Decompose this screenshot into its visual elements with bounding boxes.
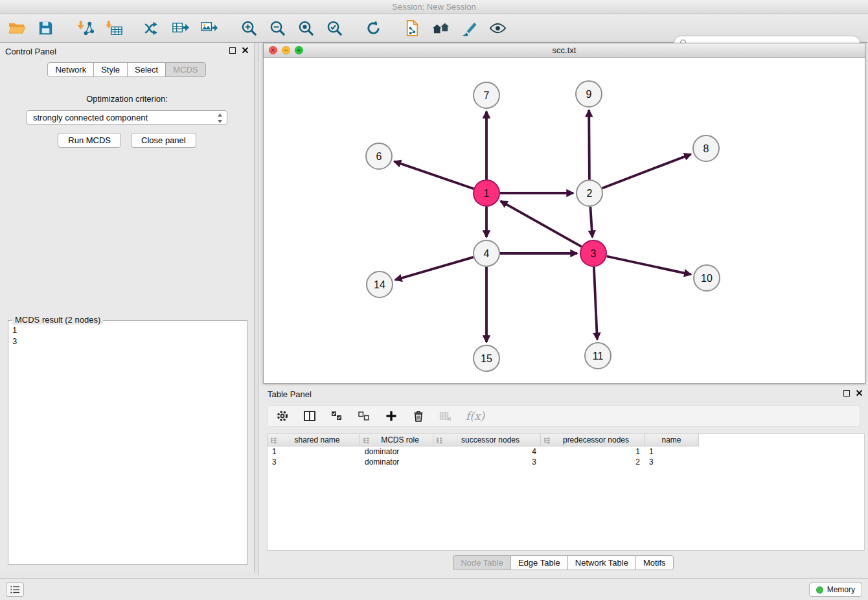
export-tool-group — [141, 18, 219, 39]
status-bar: Memory — [0, 578, 868, 600]
export-network-button[interactable] — [141, 18, 162, 39]
cell-mcds-role: dominator — [360, 457, 433, 467]
import-network-button[interactable] — [75, 18, 96, 39]
close-table-panel-icon[interactable] — [856, 389, 863, 397]
table-row[interactable]: 1 dominator 4 1 1 — [268, 446, 864, 457]
network-window-title: scc.txt — [553, 45, 577, 55]
graph-node-label: 3 — [591, 248, 597, 259]
zoom-in-icon — [240, 19, 258, 37]
deselect-all-rows-button[interactable] — [357, 409, 371, 423]
table-header-row: shared name MCDS role successor nodes pr… — [268, 434, 864, 446]
tab-select[interactable]: Select — [127, 62, 166, 77]
graph-edge — [607, 257, 691, 275]
cell-successor-nodes: 4 — [433, 446, 541, 457]
optimization-criterion-label: Optimization criterion: — [0, 94, 254, 104]
table-panel: Table Panel — [259, 386, 868, 575]
delete-column-button[interactable] — [411, 409, 426, 423]
table-row[interactable]: 3 dominator 3 2 3 — [268, 457, 864, 467]
graph-edge — [394, 161, 474, 189]
import-table-button[interactable] — [104, 18, 124, 39]
memory-button[interactable]: Memory — [809, 583, 862, 597]
cell-predecessor-nodes: 1 — [541, 446, 645, 457]
zoom-window-icon[interactable] — [295, 46, 303, 54]
close-panel-icon[interactable] — [242, 47, 249, 54]
tab-motifs[interactable]: Motifs — [635, 555, 674, 570]
graph-node-label: 9 — [586, 89, 592, 100]
gear-icon — [276, 410, 289, 422]
graph-edge — [594, 267, 597, 340]
mcds-result-group: MCDS result (2 nodes) 1 3 — [8, 320, 247, 565]
zoom-out-button[interactable] — [267, 18, 288, 39]
vertical-splitter[interactable] — [255, 43, 259, 575]
tab-style[interactable]: Style — [93, 62, 128, 77]
open-session-button[interactable] — [6, 18, 27, 39]
table-panel-header: Table Panel — [259, 386, 868, 401]
tab-node-table[interactable]: Node Table — [453, 555, 511, 570]
select-all-rows-button[interactable] — [330, 409, 344, 423]
document-network-icon — [404, 19, 421, 37]
home-neighbors-button[interactable] — [430, 18, 451, 39]
open-folder-icon — [8, 19, 26, 37]
show-columns-button[interactable] — [303, 409, 317, 423]
column-header-mcds-role[interactable]: MCDS role — [360, 434, 433, 446]
eye-icon — [489, 19, 507, 37]
float-panel-icon[interactable] — [229, 47, 236, 54]
refresh-icon — [365, 19, 382, 37]
zoom-selected-icon — [326, 19, 343, 37]
table-settings-button[interactable] — [275, 409, 290, 423]
tab-network[interactable]: Network — [47, 62, 94, 77]
close-panel-button[interactable]: Close panel — [131, 133, 196, 148]
delete-table-button-disabled — [439, 409, 453, 423]
column-header-successor-nodes[interactable]: successor nodes — [433, 434, 541, 446]
column-header-name[interactable]: name — [645, 434, 699, 446]
export-image-button[interactable] — [198, 18, 219, 39]
cell-shared-name: 1 — [268, 446, 360, 457]
columns-icon — [303, 410, 316, 422]
column-header-predecessor-nodes[interactable]: predecessor nodes — [541, 434, 645, 446]
criterion-dropdown[interactable]: strongly connected component — [27, 110, 227, 125]
show-graphics-button[interactable] — [487, 18, 508, 39]
tab-mcds[interactable]: MCDS — [165, 62, 205, 77]
tab-edge-table[interactable]: Edge Table — [510, 555, 568, 570]
minimize-window-icon[interactable] — [282, 46, 290, 54]
window-controls — [269, 46, 303, 54]
select-all-icon — [330, 410, 343, 422]
export-table-button[interactable] — [170, 18, 190, 39]
save-session-button[interactable] — [35, 18, 56, 39]
float-table-panel-icon[interactable] — [843, 390, 850, 397]
task-history-button[interactable] — [6, 583, 24, 597]
mcds-result-line: 3 — [12, 336, 243, 347]
apply-style-button[interactable] — [459, 18, 479, 39]
network-view-window: scc.txt 7968124314101511 — [263, 43, 865, 384]
network-window-titlebar[interactable]: scc.txt — [264, 43, 865, 58]
app-titlebar: Session: New Session — [0, 0, 868, 14]
zoom-in-button[interactable] — [238, 18, 259, 39]
graph-node-label: 1 — [484, 188, 490, 199]
import-tool-group — [75, 18, 124, 39]
close-window-icon[interactable] — [269, 46, 277, 54]
cell-successor-nodes: 3 — [433, 457, 541, 467]
network-graph[interactable]: 7968124314101511 — [264, 58, 865, 383]
graph-edge — [589, 110, 589, 179]
graph-node-label: 7 — [484, 90, 490, 101]
graph-node-label: 8 — [703, 143, 709, 154]
plus-icon — [385, 410, 398, 422]
graph-node-label: 10 — [701, 273, 713, 284]
table-tabs: Node Table Edge Table Network Table Moti… — [259, 555, 868, 570]
memory-status-dot — [816, 586, 823, 594]
network-canvas[interactable]: 7968124314101511 — [264, 58, 865, 383]
cell-shared-name: 3 — [268, 457, 360, 467]
refresh-layout-button[interactable] — [363, 18, 383, 39]
tab-network-table[interactable]: Network Table — [567, 555, 636, 570]
add-column-button[interactable] — [384, 409, 398, 423]
run-mcds-button[interactable]: Run MCDS — [58, 133, 121, 148]
zoom-selected-button[interactable] — [324, 18, 345, 39]
cell-name: 3 — [645, 457, 699, 467]
zoom-fit-button[interactable] — [295, 18, 316, 39]
mcds-result-line: 1 — [12, 325, 243, 336]
network-arrows-icon — [143, 19, 161, 37]
new-network-from-selection-button[interactable] — [402, 18, 422, 39]
criterion-dropdown-value: strongly connected component — [33, 113, 148, 122]
column-header-shared-name[interactable]: shared name — [268, 434, 360, 446]
attribute-icon — [270, 437, 277, 444]
